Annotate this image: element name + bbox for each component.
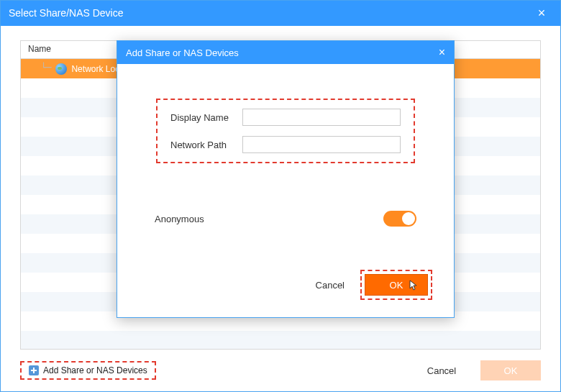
outer-titlebar: Select Share/NAS Device × [0,0,561,26]
add-share-label: Add Share or NAS Devices [43,365,147,375]
network-path-input[interactable] [242,136,401,153]
list-row [21,331,540,350]
toggle-knob-icon [402,212,415,225]
form-highlight-box: Display Name Network Path [156,99,415,163]
cancel-button[interactable]: Cancel [417,360,466,380]
inner-title: Add Share or NAS Devices [126,47,439,58]
plus-icon [29,365,39,375]
add-share-modal: Add Share or NAS Devices × Display Name … [117,40,455,318]
cancel-button[interactable]: Cancel [316,280,345,291]
close-icon[interactable]: × [439,46,445,59]
display-name-input[interactable] [242,109,401,126]
inner-titlebar: Add Share or NAS Devices × [117,41,454,64]
close-icon[interactable]: × [531,6,552,21]
inner-body: Display Name Network Path Anonymous [117,64,454,254]
inner-footer: Cancel OK [117,254,454,317]
network-path-label: Network Path [170,140,242,150]
display-name-label: Display Name [170,112,242,123]
anonymous-label: Anonymous [155,214,383,224]
ok-button-disabled: OK [480,360,541,380]
outer-footer: Add Share or NAS Devices Cancel OK [20,359,541,382]
anonymous-block: Anonymous [139,198,432,240]
globe-icon [55,63,67,75]
form-row-network-path: Network Path [170,136,401,153]
anonymous-toggle[interactable] [383,211,416,227]
add-share-button[interactable]: Add Share or NAS Devices [20,361,156,380]
ok-button[interactable]: OK [365,274,428,296]
tree-connector-icon: └─ [41,63,51,73]
column-extra[interactable] [439,41,540,58]
form-row-display-name: Display Name [170,109,401,126]
outer-title: Select Share/NAS Device [9,7,531,19]
form-block: Display Name Network Path [139,86,432,176]
ok-highlight-box: OK [360,270,432,300]
